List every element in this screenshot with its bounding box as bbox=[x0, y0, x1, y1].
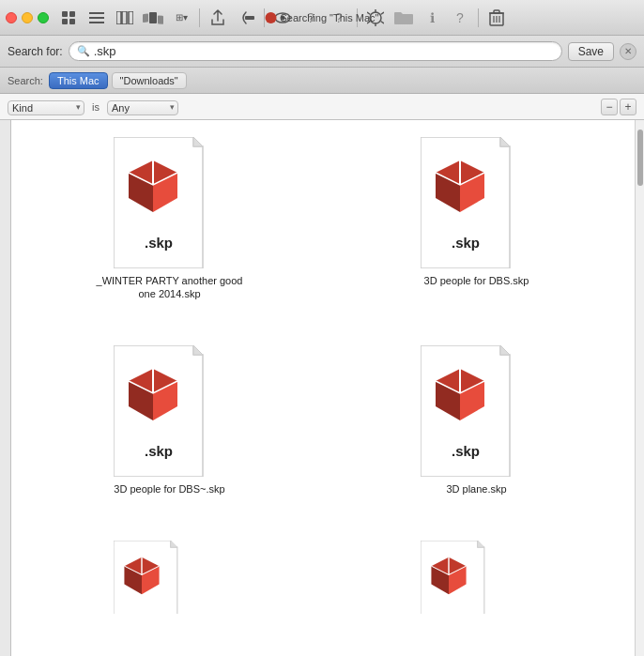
list-item[interactable]: .skp 3D people for DBS~.skp bbox=[21, 338, 318, 524]
file-name: 3D plane.skp bbox=[446, 482, 506, 496]
main-content: .skp _WINTER PARTY another good one 2014… bbox=[0, 120, 644, 656]
share-icon[interactable] bbox=[206, 6, 230, 30]
view-list-icon[interactable] bbox=[84, 6, 109, 30]
filter-controls-right: − + bbox=[601, 99, 636, 115]
arrange-icon[interactable]: ⊞▾ bbox=[169, 6, 193, 30]
svg-marker-31 bbox=[500, 137, 510, 146]
view-columns-icon[interactable] bbox=[113, 6, 137, 30]
svg-rect-5 bbox=[89, 17, 104, 19]
file-icon: .skp bbox=[114, 137, 226, 268]
svg-rect-6 bbox=[89, 22, 104, 23]
svg-marker-58 bbox=[477, 541, 483, 547]
close-window-button[interactable] bbox=[6, 12, 17, 23]
help3-icon[interactable]: ? bbox=[448, 6, 472, 30]
title-bar: ⊞▾ ? ? ℹ ? bbox=[0, 0, 644, 36]
file-icon bbox=[421, 541, 533, 614]
view-coverflow-icon[interactable] bbox=[141, 6, 165, 30]
svg-text:.skp: .skp bbox=[144, 235, 172, 251]
file-name: 3D people for DBS~.skp bbox=[114, 482, 224, 496]
file-name: 3D people for DBS.skp bbox=[424, 274, 529, 287]
any-select-wrap[interactable]: Any Application Document Folder bbox=[107, 99, 178, 115]
file-icon bbox=[114, 541, 226, 614]
window-title: Searching "This Mac" bbox=[265, 12, 378, 23]
search-scope-label: Search: bbox=[8, 75, 43, 86]
svg-rect-13 bbox=[245, 16, 254, 20]
kind-select-wrap[interactable]: Kind Applications Documents Folders bbox=[8, 99, 84, 115]
toolbar-separator-1 bbox=[199, 8, 200, 27]
delete-icon[interactable] bbox=[484, 6, 509, 30]
info-icon[interactable]: ℹ bbox=[420, 6, 444, 30]
svg-rect-2 bbox=[62, 19, 68, 24]
list-item[interactable]: .skp 3D plane.skp bbox=[328, 338, 625, 524]
svg-text:.skp: .skp bbox=[451, 235, 479, 251]
svg-rect-11 bbox=[143, 13, 148, 23]
list-item[interactable] bbox=[328, 533, 625, 627]
search-for-label: Search for: bbox=[8, 45, 63, 58]
file-icon: .skp bbox=[114, 345, 226, 477]
toolbar-separator-4 bbox=[478, 8, 479, 27]
kind-select[interactable]: Kind Applications Documents Folders bbox=[8, 100, 84, 115]
svg-marker-38 bbox=[193, 345, 203, 355]
list-item[interactable]: .skp _WINTER PARTY another good one 2014… bbox=[21, 130, 318, 328]
svg-text:.skp: .skp bbox=[451, 443, 479, 459]
title-text: Searching "This Mac" bbox=[280, 12, 378, 23]
any-select[interactable]: Any Application Document Folder bbox=[107, 100, 178, 115]
search-input-wrap[interactable]: 🔍 bbox=[69, 41, 562, 61]
file-name: _WINTER PARTY another good one 2014.skp bbox=[95, 274, 245, 301]
svg-rect-12 bbox=[158, 15, 163, 24]
filter-is-label: is bbox=[88, 101, 103, 113]
list-item[interactable] bbox=[21, 533, 318, 627]
svg-marker-52 bbox=[170, 541, 176, 547]
search-input[interactable] bbox=[94, 44, 554, 58]
svg-rect-8 bbox=[122, 11, 127, 24]
svg-rect-0 bbox=[62, 11, 68, 17]
file-icon: .skp bbox=[421, 345, 533, 477]
svg-text:.skp: .skp bbox=[144, 443, 172, 459]
svg-rect-7 bbox=[116, 11, 121, 24]
svg-rect-10 bbox=[149, 12, 157, 23]
svg-rect-1 bbox=[69, 11, 75, 17]
fullscreen-window-button[interactable] bbox=[38, 12, 49, 23]
title-icon bbox=[265, 12, 276, 23]
file-icon: .skp bbox=[421, 137, 533, 268]
scrollbar[interactable] bbox=[635, 120, 644, 656]
search-bar: Search for: 🔍 Save ✕ bbox=[0, 36, 644, 68]
minimize-window-button[interactable] bbox=[22, 12, 33, 23]
scrollbar-thumb[interactable] bbox=[637, 130, 643, 186]
svg-rect-9 bbox=[129, 11, 133, 24]
svg-marker-24 bbox=[193, 137, 203, 146]
svg-rect-4 bbox=[89, 12, 104, 14]
scope-this-mac-button[interactable]: This Mac bbox=[49, 72, 108, 89]
filter-bar: Kind Applications Documents Folders is A… bbox=[0, 94, 644, 120]
remove-filter-button[interactable]: − bbox=[601, 99, 618, 115]
list-item[interactable]: .skp 3D people for DBS.skp bbox=[328, 130, 625, 328]
save-button[interactable]: Save bbox=[568, 42, 614, 61]
svg-marker-45 bbox=[500, 345, 510, 355]
close-search-button[interactable]: ✕ bbox=[620, 43, 636, 60]
svg-rect-3 bbox=[69, 19, 75, 24]
back-icon[interactable] bbox=[234, 6, 258, 30]
magnifier-icon: 🔍 bbox=[77, 45, 90, 57]
sidebar bbox=[0, 120, 11, 656]
folder-icon[interactable] bbox=[391, 6, 416, 30]
add-filter-button[interactable]: + bbox=[620, 99, 636, 115]
scope-bar: Search: This Mac "Downloads" bbox=[0, 68, 644, 94]
scope-downloads-button[interactable]: "Downloads" bbox=[112, 72, 187, 89]
view-grid-icon[interactable] bbox=[56, 6, 81, 30]
file-grid: .skp _WINTER PARTY another good one 2014… bbox=[11, 120, 635, 656]
